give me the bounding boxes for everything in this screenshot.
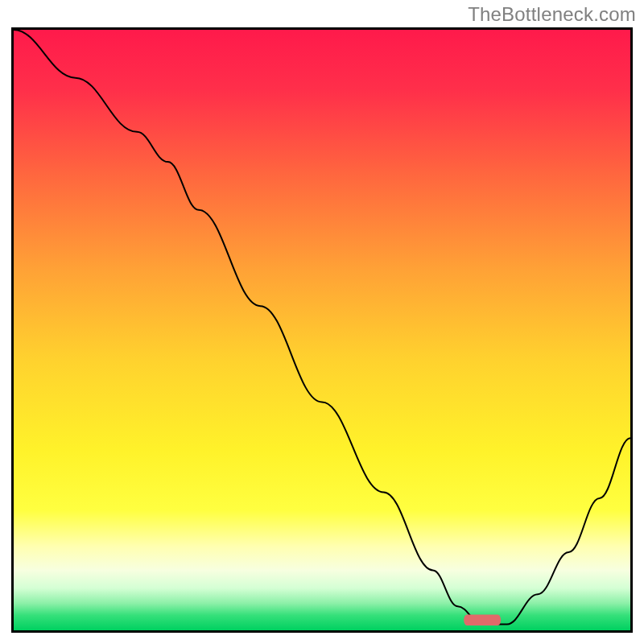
plot-frame — [11, 27, 633, 633]
optimal-marker — [464, 615, 501, 625]
plot-svg — [14, 30, 630, 630]
figure: TheBottleneck.com — [0, 0, 644, 644]
watermark-text: TheBottleneck.com — [468, 3, 636, 26]
gradient-background — [14, 30, 630, 630]
